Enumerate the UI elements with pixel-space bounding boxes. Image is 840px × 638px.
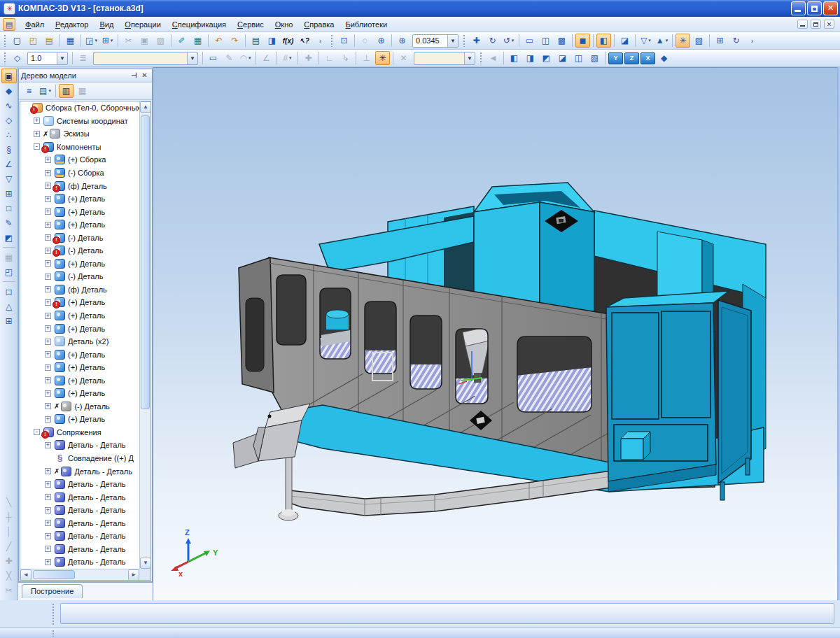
menu-window[interactable]: Окно — [270, 18, 299, 31]
tree-item[interactable]: +Системы координат — [20, 115, 139, 128]
expand-icon[interactable]: + — [45, 208, 51, 215]
mates-panel-button[interactable]: § — [1, 142, 17, 157]
expand-icon[interactable]: + — [45, 260, 51, 267]
move-part-button[interactable]: △ — [1, 299, 17, 313]
view-front-button[interactable]: ◧ — [507, 51, 522, 65]
menu-file[interactable]: Файл — [20, 18, 50, 31]
sketch-button[interactable]: ✎ — [1, 215, 17, 230]
add-part-button[interactable]: ◻ — [1, 284, 17, 299]
redo-button[interactable]: ↷ — [227, 34, 242, 48]
tree-item[interactable]: +(+) Деталь — [20, 257, 139, 271]
expand-icon[interactable]: + — [45, 559, 51, 565]
tree-item[interactable]: +Деталь - Деталь — [20, 504, 139, 517]
tree-item[interactable]: +(+) Деталь — [20, 374, 139, 387]
hidden-lines-thin-button[interactable]: ▩ — [554, 34, 569, 48]
tree-composition-view-button[interactable]: ▤▾ — [38, 84, 52, 98]
expand-icon[interactable]: + — [45, 313, 51, 319]
chevron-down-icon[interactable]: ▼ — [464, 52, 475, 64]
current-scale-button[interactable]: ◇ — [10, 51, 24, 65]
context-help-button[interactable]: ↖? — [297, 34, 312, 48]
expand-icon[interactable]: + — [45, 196, 51, 202]
status-bar-grip[interactable] — [52, 630, 55, 637]
tree-relations-view-button[interactable]: ▦ — [75, 84, 90, 98]
round-off-button[interactable]: ✕ — [396, 51, 411, 65]
expand-icon[interactable]: + — [34, 118, 40, 124]
tree-item[interactable]: +Деталь - Деталь — [20, 555, 139, 569]
expand-icon[interactable]: + — [45, 286, 51, 292]
tree-item[interactable]: +(+) Деталь — [20, 192, 139, 206]
expand-icon[interactable]: + — [45, 520, 51, 526]
expand-icon[interactable]: + — [45, 390, 51, 397]
3d-viewport[interactable]: Z Y x — [153, 67, 837, 600]
tree-item[interactable]: +Деталь - Деталь — [20, 517, 139, 530]
expand-icon[interactable]: + — [45, 533, 51, 539]
menu-service[interactable]: Сервис — [232, 18, 270, 31]
line-tool-1-button[interactable]: ╲ — [1, 495, 17, 509]
menu-libraries[interactable]: Библиотеки — [340, 18, 393, 31]
scroll-right-icon[interactable]: ► — [128, 569, 139, 581]
expand-icon[interactable]: + — [45, 364, 51, 371]
zoom-scale-combo[interactable]: 0.0345 ▼ — [412, 34, 458, 48]
tree-item[interactable]: +✗Деталь - Деталь — [20, 465, 139, 478]
grid-button[interactable]: #▾ — [280, 51, 295, 65]
print-preview-button[interactable]: ◲▾ — [84, 34, 99, 48]
tree-horizontal-scrollbar[interactable]: ◄ ► — [20, 569, 139, 580]
expand-icon[interactable]: + — [45, 183, 51, 189]
hidden-lines-button[interactable]: ◫ — [538, 34, 553, 48]
close-button[interactable]: ✕ — [823, 1, 838, 15]
open-part-button[interactable]: ◰ — [1, 264, 17, 279]
collapse-icon[interactable]: - — [34, 143, 40, 150]
expressions-button[interactable]: f(x) — [281, 34, 295, 48]
menu-view[interactable]: Вид — [94, 18, 119, 31]
line-tool-2-button[interactable]: ┼ — [1, 509, 17, 524]
tree-item[interactable]: +(+) Деталь — [20, 387, 139, 400]
tree-item[interactable]: +Деталь - Деталь — [20, 530, 139, 543]
print-button[interactable]: ▦ — [63, 34, 78, 48]
edit-part-button[interactable]: ▣ — [1, 69, 17, 83]
scroll-up-icon[interactable]: ▲ — [140, 101, 151, 113]
arc-tool-button[interactable]: ◠▾ — [238, 51, 253, 65]
expand-icon[interactable]: + — [45, 299, 51, 306]
wireframe-button[interactable]: ▭ — [522, 34, 537, 48]
filter-button[interactable]: ▽ — [1, 171, 17, 186]
document-scale-combo[interactable]: 1.0 ▼ — [27, 52, 68, 65]
expand-icon[interactable]: + — [45, 170, 51, 176]
expand-icon[interactable]: + — [45, 377, 51, 383]
expand-icon[interactable]: + — [45, 494, 51, 500]
menu-operations[interactable]: Операции — [119, 18, 166, 31]
library-manager-button[interactable]: ◨ — [265, 34, 279, 48]
expand-icon[interactable]: + — [45, 339, 51, 345]
rotate-button[interactable]: ↻ — [485, 34, 500, 48]
mdi-restore-button[interactable] — [811, 20, 821, 29]
view-isometry-xyz-button[interactable]: Y — [608, 52, 623, 64]
tree-item[interactable]: +(+) Сборка — [20, 153, 139, 166]
new-document-button[interactable]: ▢ — [10, 34, 24, 48]
operations-panel-button[interactable]: ◩ — [1, 230, 17, 245]
zoom-region-button[interactable]: ◌ — [358, 34, 372, 48]
pin-icon[interactable]: ⊤ — [129, 71, 139, 80]
restore-button[interactable] — [807, 1, 822, 15]
zoom-plus-button[interactable]: ⊕ — [395, 34, 410, 48]
expand-icon[interactable]: + — [45, 442, 51, 448]
line-tool-5-button[interactable]: ✚ — [1, 553, 17, 568]
edit-frame-button[interactable]: ✎ — [222, 51, 237, 65]
tree-item[interactable]: +Деталь - Деталь — [20, 490, 139, 504]
auxiliary-plane-button[interactable]: ◇ — [1, 113, 17, 127]
expand-icon[interactable]: + — [45, 157, 51, 163]
view-right-button[interactable]: ▧ — [587, 51, 602, 65]
mdi-close-button[interactable]: ✕ — [824, 20, 834, 29]
shaded-with-edges-button[interactable]: ◧ — [596, 34, 611, 48]
save-button[interactable]: ▤ — [42, 34, 57, 48]
toolbar-grip[interactable] — [330, 34, 334, 47]
tree-item[interactable]: +Деталь - Деталь — [20, 478, 139, 491]
zoom-in-out-button[interactable]: ⊕ — [374, 34, 388, 48]
section-display-button[interactable]: ▲▾ — [654, 34, 669, 48]
chevron-down-icon[interactable]: ▼ — [447, 35, 458, 47]
scroll-thumb[interactable] — [33, 570, 75, 579]
tab-construction[interactable]: Построение — [22, 584, 83, 598]
tree-item[interactable]: +(+) Деталь — [20, 218, 139, 232]
toolbar-grip[interactable] — [463, 34, 466, 47]
tree-item[interactable]: +(+) Деталь — [20, 348, 139, 361]
expand-icon[interactable]: + — [45, 546, 51, 552]
points-button[interactable]: ∴ — [1, 127, 17, 142]
